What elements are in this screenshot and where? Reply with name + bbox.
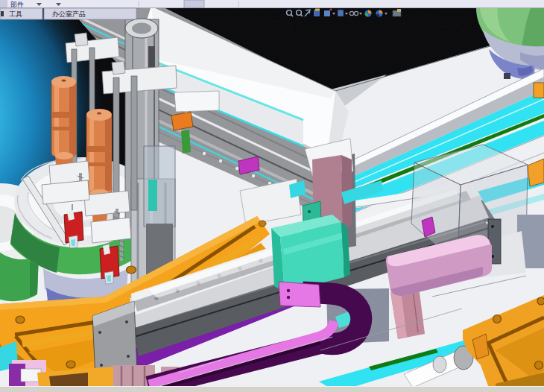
svg-text:办公室产品: 办公室产品: [52, 10, 86, 18]
svg-text:部件: 部件: [10, 1, 24, 8]
svg-text:工具: 工具: [9, 10, 22, 18]
